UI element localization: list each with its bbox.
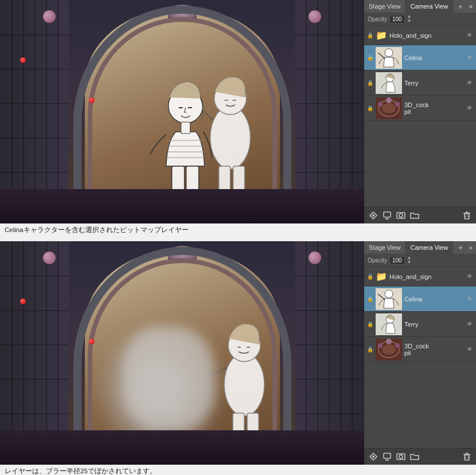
layer-name-folder-2: Holo_and_sign [389, 273, 466, 280]
layer-vis-folder-1[interactable]: 👁 [466, 32, 474, 38]
opacity-arrows-1[interactable]: ▲ ▼ [407, 14, 412, 23]
layer-thumb-terry-1 [376, 72, 402, 94]
tab-close-btn-1[interactable]: × [466, 0, 476, 13]
ridge2-rh5 [295, 413, 364, 414]
layer-vis-celina-1[interactable]: 👁 [466, 54, 474, 61]
toolbar-btn-photo-2[interactable] [395, 451, 407, 462]
layer-vis-terry-2[interactable]: 👁 [466, 321, 474, 327]
layer-lock-terry-2: 🔒 [366, 321, 373, 327]
layer-item-terry-2[interactable]: 🔒 [364, 312, 476, 337]
ridge2-h1 [0, 276, 69, 277]
layer-vis-cockpit-1[interactable]: 👁 [466, 105, 474, 111]
viewport-2 [0, 241, 364, 465]
ridge-rh2 [295, 69, 364, 70]
caption-2: レイヤーは、ブラー半径25でぼかされています。 [0, 465, 476, 475]
layer-item-folder-2[interactable]: 🔒 📁 Holo_and_sign 👁 [364, 267, 476, 286]
opacity-label-1: Opacity [368, 16, 387, 22]
thumb-celina-bg-1 [376, 47, 402, 69]
ridge-h1 [0, 34, 69, 36]
tab-close-btn-2[interactable]: × [466, 241, 476, 254]
opacity-value-1[interactable]: 100 [389, 15, 405, 23]
scene-cockpit-2 [0, 241, 364, 465]
layer-item-terry-1[interactable]: 🔒 [364, 70, 476, 96]
toolbar-btn-delete-1[interactable] [461, 210, 473, 221]
svg-point-60 [382, 344, 396, 355]
toolbar-btn-add-keyframe-1[interactable] [368, 210, 379, 221]
svg-point-61 [386, 339, 392, 344]
tab-camera-view-1[interactable]: Camera View [405, 0, 453, 13]
panel-tabs-2: Stage View Camera View + × [364, 241, 476, 254]
layer-lock-folder-1: 🔒 [366, 33, 373, 38]
scene-floor-2 [0, 430, 364, 465]
svg-point-63 [395, 343, 400, 348]
ridge-rh3 [295, 103, 364, 104]
thumb-terry-bg-1 [376, 72, 402, 94]
ridge2-rh4 [295, 379, 364, 380]
ridge-h3 [0, 103, 69, 104]
svg-rect-71 [465, 455, 469, 460]
svg-point-65 [372, 456, 374, 458]
svg-point-44 [224, 353, 264, 416]
orb-left-2 [43, 252, 56, 264]
layer-vis-folder-2[interactable]: 👁 [466, 273, 474, 280]
layer-thumb-folder-1: 📁 [376, 30, 387, 41]
svg-rect-66 [384, 453, 391, 458]
ridge-rh4 [295, 138, 364, 139]
orb-right-2 [309, 252, 321, 264]
opacity-value-2[interactable]: 100 [389, 256, 405, 265]
layer-vis-celina-2[interactable]: 👁 [466, 296, 474, 302]
layer-list-2: 🔒 📁 Holo_and_sign 👁 🔒 [364, 267, 476, 448]
tab-controls-1: + × [455, 0, 476, 13]
ridge2-rh2 [295, 310, 364, 311]
thumb-cockpit-bg-1 [376, 97, 402, 119]
folder-icon-2: 📁 [376, 271, 387, 282]
layer-lock-terry-1: 🔒 [366, 80, 373, 86]
tab-add-btn-2[interactable]: + [455, 241, 466, 254]
thumb-cockpit-bg-2 [376, 339, 402, 360]
toolbar-btn-folder-1[interactable] [409, 210, 420, 221]
opacity-label-2: Opacity [368, 257, 387, 264]
blur-celina-body-2 [123, 327, 214, 430]
layer-lock-celina-2: 🔒 [366, 296, 373, 302]
ridge2-h5 [0, 413, 69, 414]
tab-controls-2: + × [455, 241, 476, 254]
toolbar-btn-delete-2[interactable] [461, 451, 473, 462]
layer-thumb-terry-2 [376, 313, 402, 335]
svg-point-0 [210, 106, 250, 169]
panel-inner-1: Stage View Camera View + × Opacity 100 ▲… [0, 0, 476, 223]
tab-stage-view-2[interactable]: Stage View [364, 241, 405, 254]
toolbar-btn-add-layer-2[interactable] [381, 451, 393, 462]
layer-item-celina-1[interactable]: 🔒 [364, 45, 476, 70]
ridge2-rh3 [295, 344, 364, 346]
svg-point-28 [382, 103, 396, 113]
toolbar-btn-photo-1[interactable] [395, 210, 407, 221]
ridge-h5 [0, 172, 69, 173]
scene-cockpit-1 [0, 0, 364, 223]
toolbar-btn-folder-2[interactable] [409, 451, 420, 462]
layer-vis-cockpit-2[interactable]: 👁 [466, 346, 474, 352]
layer-item-folder-1[interactable]: 🔒 📁 Holo_and_sign 👁 [364, 26, 476, 45]
layer-item-celina-2[interactable]: 🔒 [364, 286, 476, 312]
svg-point-29 [386, 97, 392, 103]
panel-inner-2: Stage View Camera View + × Opacity 100 ▲… [0, 241, 476, 465]
toolbar-btn-add-layer-1[interactable] [381, 210, 393, 221]
tab-camera-view-2[interactable]: Camera View [405, 241, 453, 254]
ridge2-h2 [0, 310, 69, 311]
tab-add-btn-1[interactable]: + [455, 0, 466, 13]
toolbar-btn-add-keyframe-2[interactable] [368, 451, 379, 462]
thumb-celina-bg-2 [376, 288, 402, 310]
layer-lock-cockpit-1: 🔒 [366, 105, 373, 111]
svg-point-70 [399, 455, 403, 458]
svg-point-33 [372, 214, 374, 217]
layer-item-cockpit-2[interactable]: 🔒 [364, 337, 476, 362]
tab-stage-view-1[interactable]: Stage View [364, 0, 405, 13]
ridge-rh1 [295, 34, 364, 36]
layer-vis-terry-1[interactable]: 👁 [466, 80, 474, 86]
layer-item-cockpit-1[interactable]: 🔒 [364, 96, 476, 121]
ridge-rh5 [295, 172, 364, 173]
layer-thumb-celina-2 [376, 288, 402, 310]
layer-name-terry-2: Terry [404, 321, 466, 328]
scene-floor-1 [0, 189, 364, 223]
opacity-arrows-2[interactable]: ▲ ▼ [407, 256, 412, 265]
layer-name-terry-1: Terry [404, 80, 466, 87]
